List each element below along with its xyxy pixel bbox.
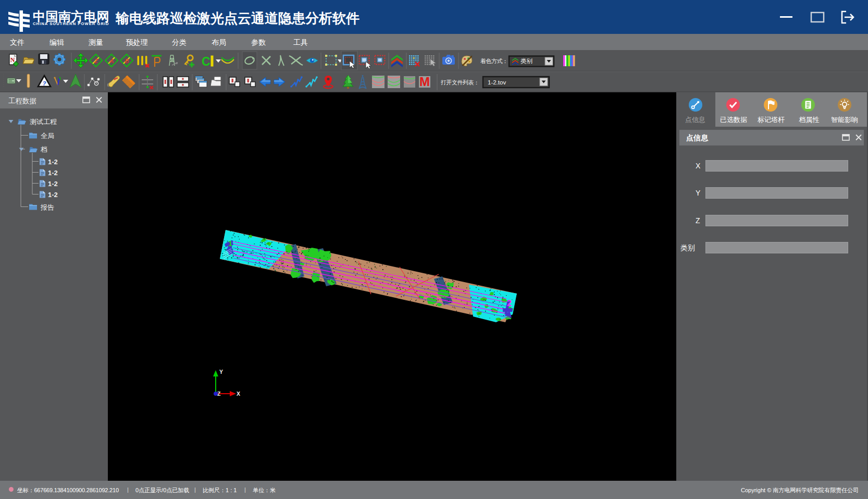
- svg-text:X: X: [237, 391, 240, 397]
- svg-text:着色方式：: 着色方式：: [480, 58, 508, 64]
- svg-text:B: B: [125, 58, 129, 64]
- svg-text:1-2.tov: 1-2.tov: [488, 79, 506, 86]
- svg-text:Z: Z: [217, 391, 221, 397]
- svg-text:1: 1: [228, 239, 232, 248]
- svg-text:2: 2: [507, 299, 512, 308]
- svg-text:打开文件列表：: 打开文件列表：: [440, 79, 479, 86]
- svg-text:Y: Y: [219, 369, 223, 375]
- svg-text:A: A: [109, 58, 114, 64]
- svg-text:全局: 全局: [41, 132, 54, 140]
- svg-text:M: M: [419, 75, 430, 89]
- svg-text:N: N: [10, 56, 15, 64]
- svg-text:?: ?: [43, 80, 46, 87]
- svg-text:C: C: [202, 55, 210, 68]
- svg-text:Z: Z: [94, 58, 98, 64]
- svg-text:档: 档: [40, 145, 47, 153]
- svg-text:1-2: 1-2: [48, 158, 58, 166]
- svg-text:1-2: 1-2: [48, 180, 58, 188]
- svg-text:测试工程: 测试工程: [30, 118, 57, 126]
- svg-text:1-2: 1-2: [48, 169, 58, 177]
- svg-text:报告: 报告: [40, 203, 54, 211]
- svg-text:类别: 类别: [520, 58, 532, 64]
- svg-text:1-2: 1-2: [48, 191, 58, 199]
